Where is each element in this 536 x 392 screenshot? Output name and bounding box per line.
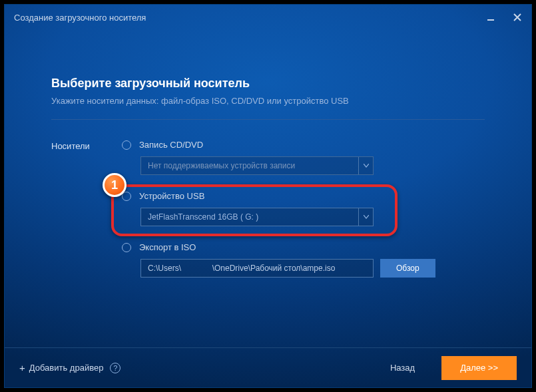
minimize-button[interactable]: [486, 13, 495, 22]
browse-button[interactable]: Обзор: [380, 259, 435, 278]
add-driver-label: Добавить драйвер: [29, 363, 104, 373]
help-icon[interactable]: ?: [110, 363, 121, 373]
radio-usb[interactable]: Устройство USB: [122, 191, 485, 201]
plus-icon: +: [19, 362, 25, 373]
iso-path-text: C:\Users\ \OneDrive\Рабочий стол\ampe.is…: [148, 264, 335, 273]
app-window: Создание загрузочного носителя Выберите …: [4, 4, 532, 388]
cddvd-select-text: Нет поддерживаемых устройств записи: [148, 161, 295, 170]
section-label-media: Носители: [51, 140, 98, 294]
annotation-badge: 1: [103, 173, 127, 197]
add-driver-button[interactable]: + Добавить драйвер: [19, 362, 103, 373]
next-button[interactable]: Далее >>: [441, 356, 517, 380]
usb-device-select[interactable]: JetFlashTranscend 16GB ( G: ): [140, 208, 374, 226]
back-button[interactable]: Назад: [382, 359, 423, 377]
content-area: Выберите загрузочный носитель Укажите но…: [5, 30, 531, 347]
chevron-down-icon: [358, 208, 373, 226]
cddvd-device-select[interactable]: Нет поддерживаемых устройств записи: [140, 156, 374, 175]
svg-rect-0: [487, 19, 494, 21]
chevron-down-icon: [358, 157, 373, 174]
footer: + Добавить драйвер ? Назад Далее >>: [5, 347, 531, 387]
radio-cddvd[interactable]: Запись CD/DVD: [122, 140, 485, 150]
usb-select-text: JetFlashTranscend 16GB ( G: ): [148, 212, 258, 222]
divider: [51, 119, 485, 120]
media-options: Запись CD/DVD Нет поддерживаемых устройс…: [122, 140, 485, 294]
radio-icon: [122, 140, 131, 150]
radio-label-iso: Экспорт в ISO: [139, 242, 196, 252]
page-subheading: Укажите носители данных: файл-образ ISO,…: [51, 96, 485, 106]
radio-label-usb: Устройство USB: [139, 191, 204, 201]
titlebar: Создание загрузочного носителя: [5, 5, 531, 30]
page-heading: Выберите загрузочный носитель: [51, 77, 485, 91]
radio-label-cddvd: Запись CD/DVD: [139, 140, 203, 150]
radio-iso[interactable]: Экспорт в ISO: [122, 242, 485, 252]
iso-path-input[interactable]: C:\Users\ \OneDrive\Рабочий стол\ampe.is…: [140, 259, 374, 278]
window-title: Создание загрузочного носителя: [14, 13, 146, 23]
close-button[interactable]: [513, 13, 522, 22]
radio-icon: [122, 243, 131, 252]
window-controls: [486, 13, 522, 22]
